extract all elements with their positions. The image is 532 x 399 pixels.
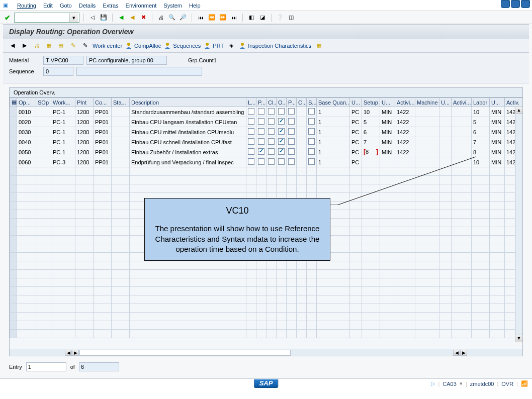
- cell-empty[interactable]: [490, 295, 505, 304]
- col-p2[interactable]: P...: [287, 98, 297, 107]
- cell-empty[interactable]: [17, 176, 36, 184]
- cell-empty[interactable]: [75, 295, 94, 304]
- cell-sta[interactable]: [112, 127, 130, 137]
- cell-empty[interactable]: [380, 270, 395, 278]
- cell-empty[interactable]: [297, 176, 307, 184]
- cell-empty[interactable]: [439, 176, 452, 184]
- cell-empty[interactable]: [51, 167, 75, 176]
- cell-empty[interactable]: [452, 253, 472, 261]
- cell-u3[interactable]: [439, 157, 452, 167]
- cell-empty[interactable]: [17, 304, 36, 313]
- cell-empty[interactable]: [439, 295, 452, 304]
- cell-empty[interactable]: [439, 304, 452, 313]
- cell-empty[interactable]: [350, 227, 362, 236]
- cell-empty[interactable]: [36, 176, 51, 184]
- cell-empty[interactable]: [36, 270, 51, 278]
- cell-empty[interactable]: [307, 313, 317, 321]
- cell-act1[interactable]: 1422: [395, 147, 415, 157]
- cell-empty[interactable]: [94, 202, 112, 210]
- cell-mach[interactable]: [415, 127, 439, 137]
- cell-empty[interactable]: [17, 210, 36, 219]
- cell-check[interactable]: [246, 147, 256, 157]
- cell-empty[interactable]: [350, 261, 362, 270]
- cell-empty[interactable]: [130, 321, 246, 330]
- cell-empty[interactable]: [17, 295, 36, 304]
- menu-extras[interactable]: Extras: [103, 3, 118, 9]
- row-selector[interactable]: [10, 270, 17, 278]
- cell-empty[interactable]: [415, 244, 439, 253]
- cell-empty[interactable]: [94, 321, 112, 330]
- cell-u1[interactable]: PC: [350, 157, 362, 167]
- cell-empty[interactable]: [350, 210, 362, 219]
- cell-empty[interactable]: [380, 184, 395, 193]
- cell-empty[interactable]: [452, 176, 472, 184]
- row-selector[interactable]: [10, 219, 17, 227]
- cell-empty[interactable]: [439, 321, 452, 330]
- cell-empty[interactable]: [277, 304, 287, 313]
- row-selector[interactable]: [10, 236, 17, 244]
- col-c[interactable]: C...: [297, 98, 307, 107]
- cell-empty[interactable]: [94, 227, 112, 236]
- cell-check[interactable]: [267, 137, 277, 147]
- cell-empty[interactable]: [17, 244, 36, 253]
- cell-empty[interactable]: [287, 270, 297, 278]
- cell-empty[interactable]: [439, 330, 452, 338]
- cell-empty[interactable]: [490, 330, 505, 338]
- cell-empty[interactable]: [380, 321, 395, 330]
- cell-empty[interactable]: [490, 176, 505, 184]
- cell-empty[interactable]: [452, 270, 472, 278]
- cell-empty[interactable]: [297, 270, 307, 278]
- cell-empty[interactable]: [75, 227, 94, 236]
- prev-page-icon[interactable]: ⏪: [207, 13, 216, 22]
- cell-empty[interactable]: [277, 167, 287, 176]
- right-arrow-icon[interactable]: ▶: [20, 41, 29, 50]
- cell-empty[interactable]: [246, 184, 256, 193]
- cell-empty[interactable]: [112, 295, 130, 304]
- cell-op[interactable]: 0060: [17, 157, 36, 167]
- row-selector[interactable]: [10, 176, 17, 184]
- cell-empty[interactable]: [415, 253, 439, 261]
- row-selector[interactable]: [10, 244, 17, 253]
- cell-empty[interactable]: [256, 176, 267, 184]
- cell-empty[interactable]: [287, 278, 297, 287]
- cell-empty[interactable]: [36, 313, 51, 321]
- cell-sta[interactable]: [112, 107, 130, 117]
- cell-desc[interactable]: Einbau CPU langsam /installation CPUstan: [130, 117, 246, 127]
- cell-empty[interactable]: [130, 176, 246, 184]
- checkbox-icon[interactable]: [268, 118, 275, 125]
- cell-empty[interactable]: [17, 202, 36, 210]
- cell-co[interactable]: PP01: [94, 107, 112, 117]
- cell-empty[interactable]: [452, 219, 472, 227]
- checkbox-icon[interactable]: [308, 108, 315, 115]
- back-green-icon[interactable]: ◀: [117, 13, 126, 22]
- cell-empty[interactable]: [51, 278, 75, 287]
- cube-icon[interactable]: ◈: [227, 41, 236, 50]
- cell-empty[interactable]: [490, 167, 505, 176]
- prt-button[interactable]: PRT: [204, 42, 224, 49]
- cell-act2[interactable]: [452, 147, 472, 157]
- cell-u1[interactable]: PC: [350, 147, 362, 157]
- scroll-down-icon[interactable]: ▼: [515, 335, 522, 342]
- checkbox-icon[interactable]: [308, 138, 315, 145]
- cell-empty[interactable]: [439, 184, 452, 193]
- checkbox-icon[interactable]: [288, 128, 295, 135]
- table-row[interactable]: 0060PC-31200PP01Endprüfung und Verpackun…: [10, 157, 523, 167]
- cell-empty[interactable]: [307, 304, 317, 313]
- cell-empty[interactable]: [75, 236, 94, 244]
- cell-empty[interactable]: [112, 184, 130, 193]
- cell-empty[interactable]: [452, 287, 472, 295]
- cell-empty[interactable]: [452, 236, 472, 244]
- cell-empty[interactable]: [17, 253, 36, 261]
- cell-empty[interactable]: [362, 193, 380, 202]
- cell-empty[interactable]: [439, 167, 452, 176]
- back-icon[interactable]: ◁: [88, 13, 97, 22]
- cell-empty[interactable]: [256, 321, 267, 330]
- cell-empty[interactable]: [36, 287, 51, 295]
- cell-check[interactable]: [267, 147, 277, 157]
- cell-base[interactable]: 1: [317, 117, 350, 127]
- cell-empty[interactable]: [439, 193, 452, 202]
- cell-empty[interactable]: [415, 321, 439, 330]
- cell-base[interactable]: 1: [317, 127, 350, 137]
- cell-empty[interactable]: [94, 330, 112, 338]
- cell-labor[interactable]: 6: [472, 127, 490, 137]
